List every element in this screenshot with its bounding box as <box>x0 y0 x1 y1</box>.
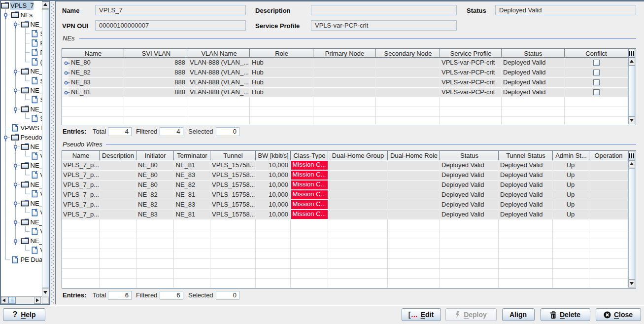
svg-text:NE_82: NE_82 <box>31 218 42 226</box>
svg-text:NE_80: NE_80 <box>31 162 42 169</box>
svg-text:NE_80: NE_80 <box>31 21 42 28</box>
svg-text:NE_83: NE_83 <box>31 106 42 113</box>
svg-text:NE_82: NE_82 <box>31 200 42 207</box>
svg-text:NEs: NEs <box>21 11 33 19</box>
svg-text:NE_80: NE_80 <box>31 143 42 150</box>
svg-text:Pseudo Wires: Pseudo Wires <box>21 134 42 141</box>
svg-text:NE_82: NE_82 <box>31 87 42 94</box>
svg-text:VPLS_7: VPLS_7 <box>10 2 34 9</box>
svg-text:NE_83: NE_83 <box>31 237 42 245</box>
svg-text:NE_80: NE_80 <box>31 181 42 188</box>
svg-text:NE_81: NE_81 <box>31 68 42 75</box>
svg-text:VPWS Fallback: VPWS Fallback <box>21 124 42 132</box>
svg-text:PE Dual Homing: PE Dual Homing <box>21 256 42 263</box>
